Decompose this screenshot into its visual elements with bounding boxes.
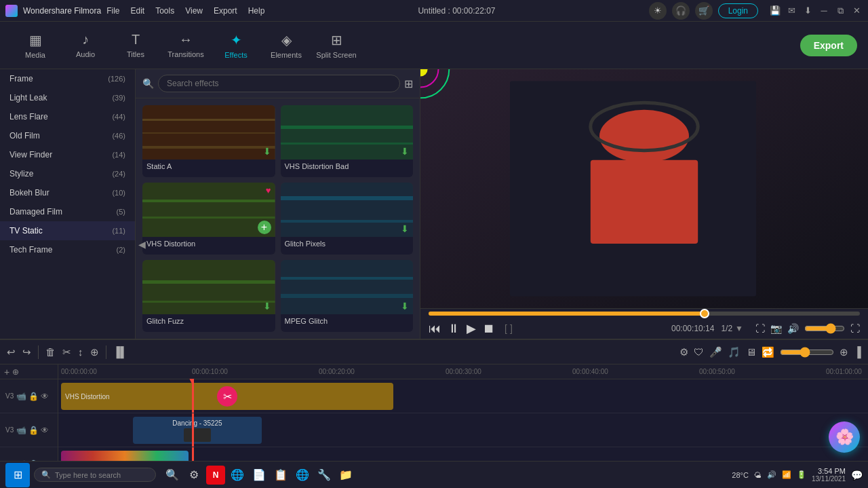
restore-button[interactable]: ⧉ [834, 5, 846, 17]
effect-mpeg-glitch[interactable]: ⬇ MPEG Glitch [281, 260, 414, 332]
crop-button[interactable]: ↕ [78, 346, 83, 358]
save-icon[interactable]: 💾 [769, 5, 781, 17]
taskbar-icons: 🔍 ⚙ N 🌐 📄 📋 🌐 🔧 📁 [163, 466, 355, 485]
monitor-icon[interactable]: 🖥 [746, 346, 756, 358]
notification-icon[interactable]: 💬 [851, 470, 863, 481]
track-eye-icon[interactable]: 👁 [41, 392, 49, 401]
volume-slider[interactable] [804, 323, 845, 334]
clip-dancing[interactable]: Dancing - 35225 [133, 417, 262, 444]
track-mode-icon[interactable]: ⊕ [12, 367, 19, 377]
marker-out-icon[interactable]: ] [510, 323, 513, 334]
close-button[interactable]: ✕ [850, 5, 863, 17]
time-ruler: 00:00:00:00 00:00:10:00 00:00:20:00 00:0… [58, 364, 868, 379]
step-back-button[interactable]: ⏸ [448, 322, 460, 336]
sidebar-item-view-finder[interactable]: View Finder (14) [0, 145, 135, 164]
mic-icon[interactable]: 🎤 [709, 346, 722, 358]
taskbar-files[interactable]: 📁 [336, 466, 355, 485]
redo-button[interactable]: ↪ [22, 346, 31, 358]
sidebar-item-tech-frame[interactable]: Tech Frame (2) [0, 240, 135, 259]
sidebar-item-lens-flare[interactable]: Lens Flare (44) [0, 107, 135, 126]
waveform-button[interactable]: ▐▌ [113, 346, 127, 358]
track-video-icon[interactable]: 📹 [16, 392, 26, 401]
sun-icon[interactable]: ☀ [649, 2, 667, 20]
track-video-icon-2[interactable]: 📹 [16, 426, 26, 435]
settings-icon[interactable]: ⚙ [679, 346, 688, 358]
email-icon[interactable]: ✉ [785, 5, 797, 17]
export-button[interactable]: Export [800, 35, 857, 56]
taskbar-app2[interactable]: 🔧 [315, 466, 334, 485]
clip-label-dancing: Dancing - 35225 [170, 419, 224, 427]
seek-handle[interactable] [700, 309, 709, 318]
taskbar-chrome[interactable]: 🌐 [293, 466, 312, 485]
clip-vhs-distortion[interactable]: VHS Distortion ✂ [61, 383, 393, 410]
page-chevron-icon[interactable]: ▼ [735, 324, 743, 333]
toolbar-transitions[interactable]: ↔ Transitions [161, 25, 210, 66]
rewind-button[interactable]: ⏮ [429, 322, 441, 336]
toolbar-effects[interactable]: ✦ Effects [212, 25, 260, 66]
headphone-icon[interactable]: 🎧 [672, 2, 690, 20]
add-effect-button[interactable]: + [258, 221, 271, 234]
scroll-left-arrow[interactable]: ◀ [138, 239, 146, 250]
toolbar-split[interactable]: ⊞ Split Screen [312, 25, 361, 66]
seek-bar[interactable] [429, 312, 860, 316]
menu-help[interactable]: Help [248, 6, 265, 16]
zoom-slider[interactable] [780, 347, 834, 358]
toolbar-elements[interactable]: ◈ Elements [262, 25, 311, 66]
delete-button[interactable]: 🗑 [45, 346, 56, 358]
shield-icon[interactable]: 🛡 [694, 346, 704, 358]
cart-icon[interactable]: 🛒 [695, 2, 713, 20]
effect-glitch-pixels[interactable]: ⬇ Glitch Pixels [281, 183, 414, 255]
minimize-button[interactable]: ─ [818, 5, 830, 17]
undo-button[interactable]: ↩ [7, 346, 16, 358]
search-input[interactable] [158, 75, 400, 92]
menu-file[interactable]: File [106, 6, 119, 16]
effect-glitch-fuzz[interactable]: ⬇ Glitch Fuzz [142, 260, 275, 332]
toolbar-titles[interactable]: T Titles [111, 25, 160, 66]
sidebar-item-bokeh[interactable]: Bokeh Blur (10) [0, 183, 135, 202]
taskbar-settings[interactable]: ⚙ [184, 466, 203, 485]
login-button[interactable]: Login [718, 3, 758, 18]
taskbar-word[interactable]: 📄 [250, 466, 269, 485]
track-lock-icon-2[interactable]: 🔒 [28, 426, 39, 435]
add-track-icon[interactable]: + [4, 367, 9, 377]
sidebar-item-frame[interactable]: Frame (126) [0, 69, 135, 88]
side-panel-icon[interactable]: ▐ [854, 346, 861, 358]
play-button[interactable]: ▶ [467, 321, 476, 336]
taskbar-browser1[interactable]: 🌐 [228, 466, 247, 485]
track-eye-icon-2[interactable]: 👁 [41, 426, 49, 435]
sidebar-item-light-leak[interactable]: Light Leak (39) [0, 88, 135, 107]
menu-export[interactable]: Export [214, 6, 237, 16]
fullscreen-toggle[interactable]: ⛶ [755, 323, 765, 334]
zoom-in-icon[interactable]: ⊕ [840, 346, 848, 358]
toolbar-audio[interactable]: ♪ Audio [61, 25, 110, 66]
grid-view-icon[interactable]: ⊞ [404, 77, 413, 90]
pip-button[interactable]: ⛶ [850, 323, 860, 334]
stop-button[interactable]: ⏹ [483, 322, 495, 336]
track-lock-icon[interactable]: 🔒 [28, 392, 39, 401]
taskbar-app1[interactable]: 📋 [271, 466, 290, 485]
effect-vhs-dist[interactable]: ♥ + VHS Distortion [142, 183, 275, 255]
effect-thumb: ⬇ [281, 260, 414, 314]
sidebar-item-stylize[interactable]: Stylize (24) [0, 164, 135, 183]
loop-icon[interactable]: 🔁 [762, 346, 774, 358]
effect-vhs-bad[interactable]: ⬇ VHS Distortion Bad [281, 105, 414, 177]
toolbar-media[interactable]: ▦ Media [11, 25, 60, 66]
music-note-icon[interactable]: 🎵 [728, 346, 741, 358]
sidebar-item-tv-static[interactable]: TV Static (11) [0, 221, 135, 240]
start-button[interactable]: ⊞ [5, 463, 30, 487]
download-icon[interactable]: ⬇ [802, 5, 814, 17]
effect-static-a[interactable]: ⬇ Static A [142, 105, 275, 177]
taskbar-cortana[interactable]: 🔍 [163, 466, 182, 485]
taskbar-search[interactable]: 🔍 Type here to search [34, 468, 156, 482]
volume-button[interactable]: 🔊 [787, 323, 799, 334]
screenshot-button[interactable]: 📷 [770, 323, 782, 334]
cut-button[interactable]: ✂ [62, 346, 71, 358]
sidebar-item-old-film[interactable]: Old Film (46) [0, 126, 135, 145]
marker-in-icon[interactable]: [ [505, 323, 507, 334]
sidebar-item-damaged[interactable]: Damaged Film (5) [0, 202, 135, 221]
menu-edit[interactable]: Edit [131, 6, 145, 16]
menu-tools[interactable]: Tools [155, 6, 174, 16]
menu-view[interactable]: View [185, 6, 203, 16]
zoom-button[interactable]: ⊕ [90, 346, 99, 358]
taskbar-netflix[interactable]: N [206, 466, 225, 485]
